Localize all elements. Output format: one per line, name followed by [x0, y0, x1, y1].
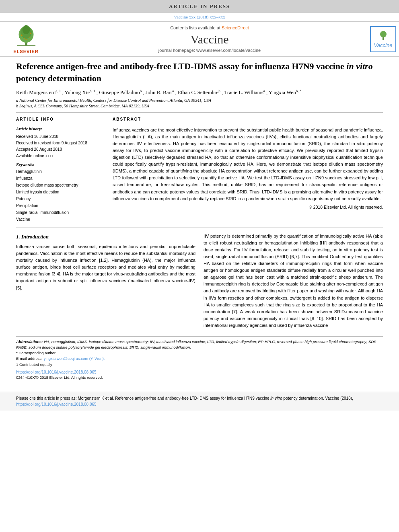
keyword-hemagglutinin: Hemagglutinin: [16, 168, 105, 175]
affiliations: a National Center for Environmental Heal…: [16, 98, 383, 109]
svg-point-6: [24, 38, 25, 39]
doi-line[interactable]: https://doi.org/10.1016/j.vaccine.2018.0…: [16, 370, 383, 374]
vaccine-logo-text: Vaccine: [374, 42, 393, 48]
keyword-idms: Isotope dilution mass spectrometry: [16, 182, 105, 189]
svg-point-3: [22, 25, 29, 34]
copyright-line: © 2018 Elsevier Ltd. All rights reserved…: [113, 205, 383, 210]
contrib-note: 1 Contributed equally: [16, 362, 383, 368]
svg-point-10: [380, 31, 387, 37]
corresponding-note: * Corresponding author.: [16, 350, 383, 356]
elsevier-logo-area: ELSEVIER: [0, 22, 52, 56]
body-text-section: 1. Introduction Influenza viruses cause …: [16, 233, 383, 332]
svg-point-5: [30, 33, 31, 34]
abstract-heading: ABSTRACT: [113, 117, 383, 121]
article-info-col: ARTICLE INFO Article history: Received 1…: [16, 117, 105, 223]
elsevier-tree-icon: [10, 24, 42, 48]
contents-line: Contents lists available at ScienceDirec…: [170, 25, 249, 30]
page: ARTICLE IN PRESS Vaccine xxx (2018) xxx–…: [0, 0, 399, 532]
journal-ref-text: Vaccine xxx (2018) xxx–xxx: [174, 14, 225, 19]
intro-para-1: Influenza viruses cause both seasonal, e…: [16, 243, 195, 291]
received-date: Received 16 June 2018 Received in revise…: [16, 134, 105, 159]
keyword-potency: Potency: [16, 195, 105, 202]
issn-line: 0264-410X/© 2018 Elsevier Ltd. All right…: [16, 375, 383, 380]
journal-ref-line: Vaccine xxx (2018) xxx–xxx: [0, 13, 399, 21]
intro-col-left: 1. Introduction Influenza viruses cause …: [16, 233, 195, 332]
authors-line: Keith Morgensterna, 1 , Yuhong Xieb, 1 ,…: [16, 89, 383, 96]
keyword-vaccine: Vaccine: [16, 216, 105, 223]
footnotes-area: Abbreviations: HA, hemagglutinin; IDMS, …: [16, 336, 383, 368]
keyword-influenza: Influenza: [16, 175, 105, 182]
abstract-col: ABSTRACT Influenza vaccines are the most…: [113, 117, 383, 223]
vaccine-logo-icon: [377, 30, 389, 42]
keyword-ltd: Limited trypsin digestion: [16, 189, 105, 195]
article-history-label: Article history:: [16, 127, 105, 131]
section-divider: [16, 228, 383, 228]
article-title: Reference antigen-free and antibody-free…: [16, 60, 383, 84]
citation-box: Please cite this article in press as: Mo…: [0, 392, 399, 411]
intro-col-right: IIV potency is determined primarily by t…: [204, 233, 383, 332]
svg-rect-9: [16, 45, 35, 46]
article-in-press-banner: ARTICLE IN PRESS: [0, 0, 399, 13]
article-info-abstract-section: ARTICLE INFO Article history: Received 1…: [16, 113, 383, 223]
svg-rect-11: [383, 37, 384, 40]
abbreviations: Abbreviations: HA, hemagglutinin; IDMS, …: [16, 339, 383, 351]
journal-header: ELSEVIER Contents lists available at Sci…: [0, 21, 399, 57]
intro-section-title: 1. Introduction: [16, 233, 195, 241]
keyword-precipitation: Precipitation: [16, 202, 105, 209]
citation-doi-link[interactable]: https://doi.org/10.1016/j.vaccine.2018.0…: [16, 402, 97, 407]
abstract-text: Influenza vaccines are the most effectiv…: [113, 127, 383, 202]
banner-text: ARTICLE IN PRESS: [169, 3, 230, 9]
sciencedirect-link[interactable]: ScienceDirect: [222, 25, 249, 30]
svg-point-7: [29, 37, 30, 38]
keyword-srid: Single-radial immunodiffusion: [16, 209, 105, 216]
keywords-label: Keywords:: [16, 162, 105, 167]
keywords-list: Hemagglutinin Influenza Isotope dilution…: [16, 168, 105, 223]
email-line: E-mail address: yingxia.wen@seqirus.com …: [16, 356, 383, 362]
elsevier-wordmark: ELSEVIER: [13, 49, 38, 54]
email-link[interactable]: yingxia.wen@seqirus.com (Y. Wen).: [44, 356, 105, 361]
journal-center-info: Contents lists available at ScienceDirec…: [52, 22, 367, 56]
svg-point-4: [21, 35, 23, 36]
main-content: Reference antigen-free and antibody-free…: [0, 60, 399, 388]
journal-title: Vaccine: [191, 33, 229, 46]
vaccine-logo-box: Vaccine: [370, 26, 396, 52]
journal-homepage: journal homepage: www.elsevier.com/locat…: [158, 48, 261, 53]
svg-point-8: [25, 39, 27, 40]
intro-para-right-1: IIV potency is determined primarily by t…: [204, 233, 383, 329]
journal-logo-area: Vaccine: [367, 22, 399, 56]
article-info-heading: ARTICLE INFO: [16, 117, 105, 121]
